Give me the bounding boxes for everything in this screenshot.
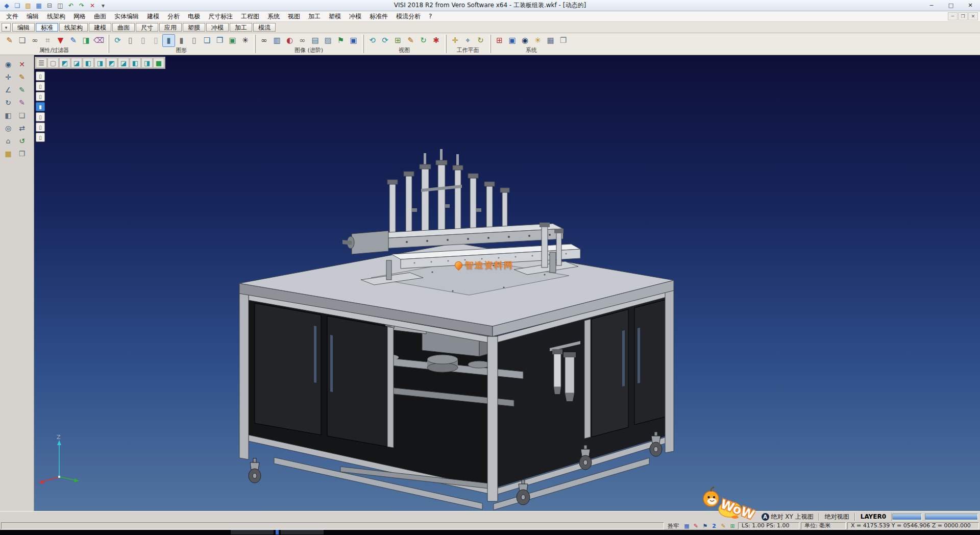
print-icon[interactable]: ⊟ bbox=[44, 1, 55, 10]
grid-table-icon[interactable]: ▦ bbox=[544, 34, 557, 47]
menu-item-11[interactable]: 系统 bbox=[263, 12, 284, 21]
menu-item-7[interactable]: 分析 bbox=[163, 12, 184, 21]
spin-view-icon[interactable]: ⟳ bbox=[379, 34, 391, 47]
open-folder-icon[interactable]: ▨ bbox=[23, 1, 33, 10]
shaded-edge-display-icon[interactable]: ▮ bbox=[175, 34, 188, 47]
menu-item-1[interactable]: 编辑 bbox=[22, 12, 43, 21]
minimize-button[interactable]: ─ bbox=[922, 0, 941, 11]
orbit-view-icon[interactable]: ⟲ bbox=[366, 34, 379, 47]
app-icon[interactable]: ◆ bbox=[2, 1, 12, 10]
workplane-axes-icon[interactable]: ✛ bbox=[449, 34, 461, 47]
wireframe-display-icon[interactable]: ▯ bbox=[124, 34, 137, 47]
ghost-display-icon[interactable]: ▯ bbox=[150, 34, 162, 47]
redo-icon[interactable]: ↷ bbox=[77, 1, 87, 10]
circle-entity-icon[interactable]: ◎ bbox=[2, 122, 14, 134]
mark-pencil-icon[interactable]: ✎ bbox=[16, 96, 28, 109]
swap-icon[interactable]: ⇄ bbox=[16, 122, 28, 134]
group-display-icon[interactable]: ❐ bbox=[213, 34, 226, 47]
solid-cube-icon[interactable]: ◧ bbox=[2, 109, 14, 121]
mask-compare-icon[interactable]: ◐ bbox=[283, 34, 296, 47]
autosave-icon[interactable]: ▦ bbox=[682, 522, 691, 529]
mdi-close-button[interactable]: ✕ bbox=[968, 12, 978, 20]
workplane-status-icon[interactable]: ⊞ bbox=[728, 522, 737, 529]
axo-view-icon[interactable]: ◨ bbox=[141, 58, 153, 68]
hatch-pattern-icon[interactable]: ▦ bbox=[2, 148, 14, 160]
undo-arrow-icon[interactable]: ↺ bbox=[16, 135, 28, 147]
menu-item-5[interactable]: 实体编辑 bbox=[110, 12, 143, 21]
iso-view-sw-icon[interactable]: ◩ bbox=[59, 58, 70, 68]
close-button[interactable]: ✕ bbox=[961, 0, 980, 11]
new-doc-icon[interactable]: ❏ bbox=[12, 1, 22, 10]
tab-加工[interactable]: 加工 bbox=[230, 23, 252, 32]
taskbar-window-2[interactable] bbox=[281, 530, 324, 534]
zoom-select-icon[interactable]: ◉ bbox=[2, 58, 14, 70]
edit-pencil-icon[interactable]: ✎ bbox=[16, 84, 28, 96]
hidden-line-display-icon[interactable]: ▯ bbox=[137, 34, 150, 47]
home-view-icon[interactable]: ⌂ bbox=[2, 135, 14, 147]
grid-sketch-icon[interactable]: ⊞ bbox=[391, 34, 404, 47]
annotate-pencil-icon[interactable]: ✎ bbox=[404, 34, 417, 47]
transparent-display-icon[interactable]: ▯ bbox=[188, 34, 201, 47]
display-mode-2-icon[interactable]: ▯ bbox=[36, 82, 45, 91]
link-icon[interactable]: ∞ bbox=[29, 34, 41, 47]
menu-item-3[interactable]: 网格 bbox=[69, 12, 90, 21]
sheet-doc-icon[interactable]: ❏ bbox=[16, 109, 28, 121]
attr-pen-icon[interactable]: ✎ bbox=[3, 34, 16, 47]
maximize-button[interactable]: □ bbox=[941, 0, 961, 11]
hatch-display-icon[interactable]: ▨ bbox=[322, 34, 334, 47]
taskbar-window-1[interactable] bbox=[231, 530, 274, 534]
iso-view-ne-icon[interactable]: ◧ bbox=[83, 58, 94, 68]
tab-模流[interactable]: 模流 bbox=[253, 23, 276, 32]
tab-应用[interactable]: 应用 bbox=[159, 23, 182, 32]
top-view-icon[interactable]: ◩ bbox=[106, 58, 117, 68]
light-burst-icon[interactable]: ✳ bbox=[531, 34, 544, 47]
view-plane-icon[interactable]: ▢ bbox=[47, 58, 59, 68]
display-mode-4-icon[interactable]: ▮ bbox=[36, 102, 45, 111]
qat-dropdown-icon[interactable]: ▾ bbox=[98, 1, 108, 10]
menu-item-2[interactable]: 线架构 bbox=[43, 12, 69, 21]
save-icon[interactable]: ▦ bbox=[34, 1, 44, 10]
box-display-icon[interactable]: ❏ bbox=[201, 34, 213, 47]
mdi-minimize-button[interactable]: ─ bbox=[948, 12, 958, 20]
globe-icon[interactable]: ◉ bbox=[519, 34, 531, 47]
xray-glasses-icon[interactable]: ∞ bbox=[296, 34, 309, 47]
tab-线架构[interactable]: 线架构 bbox=[59, 23, 88, 32]
menu-item-4[interactable]: 曲面 bbox=[90, 12, 110, 21]
display-mode-5-icon[interactable]: ▯ bbox=[36, 112, 45, 121]
preview-icon[interactable]: ◫ bbox=[55, 1, 65, 10]
bounding-box-icon[interactable]: ▣ bbox=[226, 34, 239, 47]
layer-segment[interactable]: LAYER0 bbox=[855, 512, 891, 522]
filter-pen-icon[interactable]: ✎ bbox=[67, 34, 80, 47]
iso-view-nw-icon[interactable]: ◨ bbox=[94, 58, 106, 68]
tab-标准[interactable]: 标准 bbox=[36, 23, 58, 32]
tab-建模[interactable]: 建模 bbox=[89, 23, 111, 32]
view-menu-icon[interactable]: ☰ bbox=[36, 58, 47, 68]
menu-item-6[interactable]: 建模 bbox=[143, 12, 163, 21]
rotate-entity-icon[interactable]: ↻ bbox=[2, 96, 14, 109]
front-view-icon[interactable]: ◪ bbox=[118, 58, 129, 68]
command-prompt-field[interactable] bbox=[1, 522, 664, 529]
menu-item-10[interactable]: 工程图 bbox=[237, 12, 263, 21]
menu-item-14[interactable]: 塑模 bbox=[325, 12, 345, 21]
style-brush-icon[interactable]: ✎ bbox=[719, 522, 727, 529]
refresh-view-icon[interactable]: ↻ bbox=[417, 34, 430, 47]
view-glasses-icon[interactable]: ∞ bbox=[258, 34, 271, 47]
shaded-display-icon[interactable]: ▮ bbox=[162, 34, 175, 47]
shaded-cube-icon[interactable]: ■ bbox=[153, 58, 164, 68]
tab-塑膜[interactable]: 塑膜 bbox=[183, 23, 205, 32]
copy-sheet-icon[interactable]: ❐ bbox=[16, 148, 28, 160]
tab-尺寸[interactable]: 尺寸 bbox=[136, 23, 158, 32]
mdi-restore-button[interactable]: ❐ bbox=[958, 12, 968, 20]
grid-filter-icon[interactable]: ⌗ bbox=[41, 34, 54, 47]
display-mode-7-icon[interactable]: ▯ bbox=[36, 133, 45, 142]
section-bars-icon[interactable]: ▥ bbox=[271, 34, 283, 47]
monitor-icon[interactable]: ▣ bbox=[506, 34, 519, 47]
menu-item-12[interactable]: 视图 bbox=[284, 12, 304, 21]
menu-item-15[interactable]: 冲模 bbox=[345, 12, 365, 21]
texture-bars-icon[interactable]: ▤ bbox=[309, 34, 322, 47]
redraw-icon[interactable]: ⟳ bbox=[111, 34, 124, 47]
menu-item-16[interactable]: 标准件 bbox=[365, 12, 392, 21]
display-mode-1-icon[interactable]: ▯ bbox=[36, 71, 45, 81]
menu-item-9[interactable]: 尺寸标注 bbox=[204, 12, 237, 21]
snap-node-icon[interactable]: ✛ bbox=[2, 71, 14, 83]
